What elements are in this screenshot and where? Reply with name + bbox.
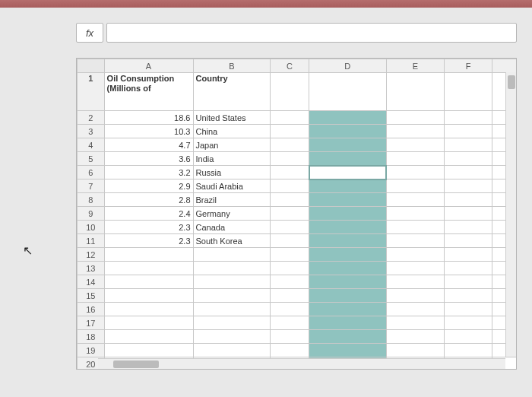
cell-D7[interactable] <box>309 179 387 193</box>
cell-C16[interactable] <box>271 303 309 316</box>
cell-E15[interactable] <box>386 289 444 303</box>
row-header[interactable]: 11 <box>78 234 105 248</box>
cell-B15[interactable] <box>193 289 271 303</box>
cell-A14[interactable] <box>104 275 193 289</box>
cell-E8[interactable] <box>386 193 444 207</box>
cell-C7[interactable] <box>271 179 309 193</box>
row-header[interactable]: 15 <box>78 289 105 303</box>
cell-C10[interactable] <box>271 221 309 234</box>
cell-C1[interactable] <box>271 73 309 111</box>
cell-F2[interactable] <box>444 111 492 125</box>
cell-C9[interactable] <box>271 207 309 221</box>
cell-A4[interactable]: 4.7 <box>104 138 193 152</box>
cell-C15[interactable] <box>271 289 309 303</box>
col-header-E[interactable]: E <box>386 59 444 73</box>
row-header[interactable]: 17 <box>78 316 105 330</box>
row-header[interactable]: 4 <box>78 138 105 152</box>
cell-F19[interactable] <box>444 344 492 357</box>
cell-A13[interactable] <box>104 262 193 275</box>
col-header-B[interactable]: B <box>193 59 271 73</box>
vertical-scrollbar[interactable] <box>505 72 516 357</box>
cell-D3[interactable] <box>309 125 387 138</box>
cell-D18[interactable] <box>309 330 387 344</box>
cell-A18[interactable] <box>104 330 193 344</box>
cell-D15[interactable] <box>309 289 387 303</box>
cell-A19[interactable] <box>104 344 193 357</box>
cell-A17[interactable] <box>104 316 193 330</box>
cell-F5[interactable] <box>444 152 492 166</box>
cell-F1[interactable] <box>444 73 492 111</box>
row-header[interactable]: 7 <box>78 179 105 193</box>
cell-B16[interactable] <box>193 303 271 316</box>
fx-button[interactable]: fx <box>76 23 103 43</box>
cell-D13[interactable] <box>309 262 387 275</box>
cell-E10[interactable] <box>386 221 444 234</box>
cell-D1[interactable] <box>309 73 387 111</box>
cell-B10[interactable]: Canada <box>193 221 271 234</box>
cell-E12[interactable] <box>386 248 444 262</box>
cell-A1[interactable]: Oil Consumption (Millions of <box>104 73 193 111</box>
col-header-C[interactable]: C <box>271 59 309 73</box>
cell-D9[interactable] <box>309 207 387 221</box>
cell-B3[interactable]: China <box>193 125 271 138</box>
cell-C11[interactable] <box>271 234 309 248</box>
cell-C5[interactable] <box>271 152 309 166</box>
cell-C18[interactable] <box>271 330 309 344</box>
cell-D5[interactable] <box>309 152 387 166</box>
row-header[interactable]: 12 <box>78 248 105 262</box>
cell-B1[interactable]: Country <box>193 73 271 111</box>
row-header[interactable]: 8 <box>78 193 105 207</box>
cell-B4[interactable]: Japan <box>193 138 271 152</box>
cell-A16[interactable] <box>104 303 193 316</box>
cell-C6[interactable] <box>271 166 309 179</box>
cell-D12[interactable] <box>309 248 387 262</box>
cell-E18[interactable] <box>386 330 444 344</box>
cell-F15[interactable] <box>444 289 492 303</box>
cell-C8[interactable] <box>271 193 309 207</box>
cell-B5[interactable]: India <box>193 152 271 166</box>
cell-B17[interactable] <box>193 316 271 330</box>
formula-input[interactable] <box>106 23 517 43</box>
cell-B11[interactable]: South Korea <box>193 234 271 248</box>
col-header-F[interactable]: F <box>444 59 492 73</box>
row-header[interactable]: 9 <box>78 207 105 221</box>
cell-F18[interactable] <box>444 330 492 344</box>
select-all-corner[interactable] <box>78 59 105 73</box>
cell-C4[interactable] <box>271 138 309 152</box>
cell-D10[interactable] <box>309 221 387 234</box>
cell-C14[interactable] <box>271 275 309 289</box>
cell-F10[interactable] <box>444 221 492 234</box>
row-header[interactable]: 3 <box>78 125 105 138</box>
cell-B12[interactable] <box>193 248 271 262</box>
cell-D17[interactable] <box>309 316 387 330</box>
cell-A2[interactable]: 18.6 <box>104 111 193 125</box>
cell-D16[interactable] <box>309 303 387 316</box>
cell-B19[interactable] <box>193 344 271 357</box>
cell-E16[interactable] <box>386 303 444 316</box>
cell-E1[interactable] <box>386 73 444 111</box>
cell-C2[interactable] <box>271 111 309 125</box>
cell-C12[interactable] <box>271 248 309 262</box>
row-header[interactable]: 5 <box>78 152 105 166</box>
cell-F12[interactable] <box>444 248 492 262</box>
cell-D2[interactable] <box>309 111 387 125</box>
cell-A9[interactable]: 2.4 <box>104 207 193 221</box>
cell-B14[interactable] <box>193 275 271 289</box>
cell-A7[interactable]: 2.9 <box>104 179 193 193</box>
cell-E11[interactable] <box>386 234 444 248</box>
cell-D8[interactable] <box>309 193 387 207</box>
row-header[interactable]: 18 <box>78 330 105 344</box>
row-header[interactable]: 10 <box>78 221 105 234</box>
cell-A10[interactable]: 2.3 <box>104 221 193 234</box>
vertical-scroll-thumb[interactable] <box>508 75 515 89</box>
col-header-D[interactable]: D <box>309 59 387 73</box>
cell-C17[interactable] <box>271 316 309 330</box>
cell-A8[interactable]: 2.8 <box>104 193 193 207</box>
cell-E6[interactable] <box>386 166 444 179</box>
cell-F6[interactable] <box>444 166 492 179</box>
cell-A11[interactable]: 2.3 <box>104 234 193 248</box>
cell-E13[interactable] <box>386 262 444 275</box>
horizontal-scrollbar[interactable] <box>98 358 505 369</box>
row-header[interactable]: 13 <box>78 262 105 275</box>
cell-E7[interactable] <box>386 179 444 193</box>
